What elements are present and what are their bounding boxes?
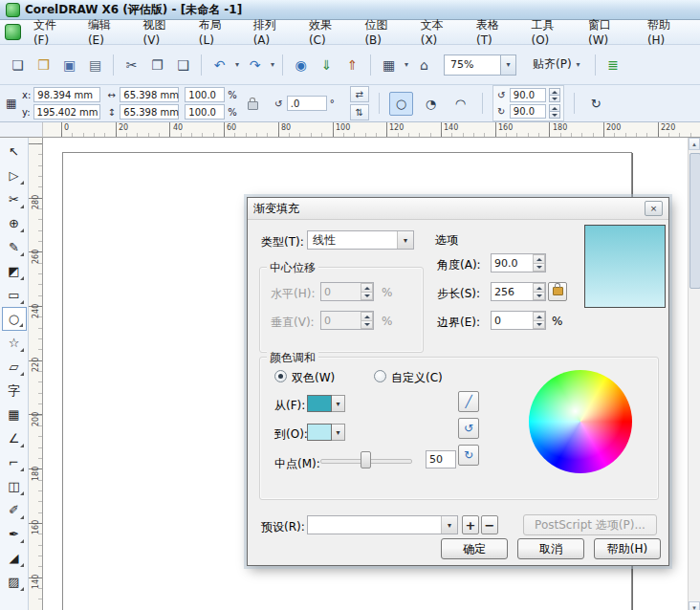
text-tool[interactable]: 字 xyxy=(2,379,27,403)
scale-y-field[interactable]: 100.0 xyxy=(185,104,225,120)
end-angle-field[interactable]: 90.0 xyxy=(510,104,546,119)
y-position-field[interactable]: 195.402 mm xyxy=(33,104,100,120)
print-icon[interactable]: ▤ xyxy=(83,53,107,76)
export-icon[interactable]: ⇑ xyxy=(340,53,364,76)
menu-edit[interactable]: 编辑(E) xyxy=(80,14,135,50)
undo-dropdown-icon[interactable]: ▾ xyxy=(233,60,241,69)
launcher-dropdown-icon[interactable]: ▾ xyxy=(403,60,410,69)
interactive-fill-tool[interactable]: ▨ xyxy=(2,570,27,594)
options-icon[interactable]: ≣ xyxy=(602,53,625,76)
dialog-titlebar[interactable]: 渐变填充 × xyxy=(248,198,668,220)
midpoint-slider[interactable] xyxy=(320,450,412,469)
menu-table[interactable]: 表格(T) xyxy=(469,14,522,50)
vertical-scrollbar[interactable]: ▴ ▾ xyxy=(688,138,700,610)
menu-arrange[interactable]: 排列(A) xyxy=(246,14,300,50)
midpoint-field[interactable]: 50 xyxy=(426,450,456,468)
object-width-field[interactable]: 65.398 mm xyxy=(120,87,179,102)
application-launcher-icon[interactable]: ▦ xyxy=(377,53,401,76)
blend-tool[interactable]: ◫ xyxy=(2,474,27,498)
spinner[interactable] xyxy=(533,312,545,329)
rotation-angle-field[interactable]: .0 xyxy=(287,96,327,111)
swap-direction-button[interactable]: ↻ xyxy=(584,92,608,116)
chevron-down-icon[interactable]: ▾ xyxy=(397,231,413,249)
dimension-tool[interactable]: ∠ xyxy=(2,426,27,450)
gradient-type-combo[interactable]: 线性 ▾ xyxy=(307,230,414,250)
start-angle-field[interactable]: 90.0 xyxy=(510,88,546,102)
eyedropper-tool[interactable]: ✐ xyxy=(2,498,27,522)
import-icon[interactable]: ⇓ xyxy=(315,53,339,76)
custom-radio[interactable] xyxy=(374,370,386,382)
steps-lock-button[interactable] xyxy=(548,282,567,301)
zoom-tool[interactable]: ⊕ xyxy=(2,211,27,235)
search-content-icon[interactable]: ◉ xyxy=(289,53,313,76)
chevron-down-icon[interactable]: ▾ xyxy=(332,395,345,412)
shape-tool[interactable]: ▷ xyxy=(2,163,27,187)
ruler-origin-corner[interactable] xyxy=(0,122,43,138)
welcome-screen-icon[interactable]: ⌂ xyxy=(412,53,436,76)
lock-ratio-button[interactable] xyxy=(243,92,264,116)
snap-to-dropdown[interactable]: 贴齐(P) ▾ xyxy=(526,54,589,76)
ellipse-tool[interactable]: ○ xyxy=(2,307,27,331)
spin-up-icon[interactable] xyxy=(533,283,545,293)
zoom-level-combo[interactable]: 75% ▾ xyxy=(444,54,516,76)
chevron-down-icon[interactable]: ▾ xyxy=(332,424,345,441)
spin-down-icon[interactable] xyxy=(549,96,560,102)
to-color-swatch[interactable] xyxy=(307,424,332,441)
open-icon[interactable]: ❒ xyxy=(32,53,55,76)
outline-pen-tool[interactable]: ✒ xyxy=(2,522,27,546)
mirror-vertical-button[interactable]: ⇅ xyxy=(350,104,369,120)
angle-field[interactable]: 90.0 xyxy=(491,253,546,272)
scrollbar-thumb[interactable] xyxy=(689,153,700,289)
new-document-icon[interactable]: ❏ xyxy=(6,53,30,76)
edge-pad-field[interactable]: 0 xyxy=(491,311,546,330)
dialog-close-button[interactable]: × xyxy=(645,201,663,216)
freehand-tool[interactable]: ✎ xyxy=(2,235,27,259)
fill-tool[interactable]: ◢ xyxy=(2,546,27,570)
spin-up-icon[interactable] xyxy=(549,88,560,96)
scroll-up-icon[interactable]: ▴ xyxy=(689,138,700,150)
cut-icon[interactable]: ✂ xyxy=(120,53,143,76)
add-preset-button[interactable]: + xyxy=(462,515,479,534)
from-color-picker[interactable]: ▾ xyxy=(307,395,345,412)
mirror-horizontal-button[interactable]: ⇄ xyxy=(350,86,369,102)
arc-mode-button[interactable]: ◠ xyxy=(448,92,472,116)
spinner[interactable] xyxy=(533,254,545,272)
slider-thumb[interactable] xyxy=(361,451,371,468)
menu-window[interactable]: 窗口(W) xyxy=(580,14,639,50)
spin-up-icon[interactable] xyxy=(549,104,560,112)
cancel-button[interactable]: 取消 xyxy=(517,538,584,559)
copy-icon[interactable]: ❐ xyxy=(145,53,169,76)
crop-tool[interactable]: ✂ xyxy=(2,187,27,211)
ellipse-mode-button[interactable]: ○ xyxy=(389,92,413,116)
to-color-picker[interactable]: ▾ xyxy=(307,424,345,441)
help-button[interactable]: 帮助(H) xyxy=(594,538,661,559)
scale-x-field[interactable]: 100.0 xyxy=(185,87,225,102)
presets-combo[interactable]: ▾ xyxy=(307,515,458,534)
menu-file[interactable]: 文件(F) xyxy=(26,14,79,50)
smart-fill-tool[interactable]: ◩ xyxy=(2,259,27,283)
spinner[interactable] xyxy=(549,104,560,119)
pie-mode-button[interactable]: ◔ xyxy=(419,92,443,116)
x-position-field[interactable]: 98.394 mm xyxy=(33,87,100,102)
menu-help[interactable]: 帮助(H) xyxy=(640,14,695,50)
color-wheel[interactable] xyxy=(529,370,632,473)
zoom-dropdown-icon[interactable]: ▾ xyxy=(500,55,515,75)
menu-tools[interactable]: 工具(O) xyxy=(523,14,580,50)
horizontal-ruler[interactable]: 0 20 40 60 80 100 120 140 160 180 200 22… xyxy=(43,122,700,138)
ok-button[interactable]: 确定 xyxy=(441,538,508,559)
spin-up-icon[interactable] xyxy=(533,312,545,321)
menu-bitmaps[interactable]: 位图(B) xyxy=(357,14,411,50)
spinner[interactable] xyxy=(533,283,545,300)
from-color-swatch[interactable] xyxy=(307,395,332,412)
corel-logo-icon[interactable] xyxy=(5,24,21,40)
direct-path-button[interactable]: ╱ xyxy=(458,391,479,412)
table-tool[interactable]: ▦ xyxy=(2,403,27,426)
clockwise-path-button[interactable]: ↻ xyxy=(458,445,479,466)
scroll-down-icon[interactable]: ▾ xyxy=(689,601,700,610)
undo-icon[interactable]: ↶ xyxy=(208,53,231,76)
chevron-down-icon[interactable]: ▾ xyxy=(441,516,457,534)
paste-icon[interactable]: ❑ xyxy=(171,53,195,76)
connector-tool[interactable]: ⌐ xyxy=(2,450,27,474)
remove-preset-button[interactable]: − xyxy=(481,515,498,534)
gradient-preview[interactable] xyxy=(584,225,666,308)
